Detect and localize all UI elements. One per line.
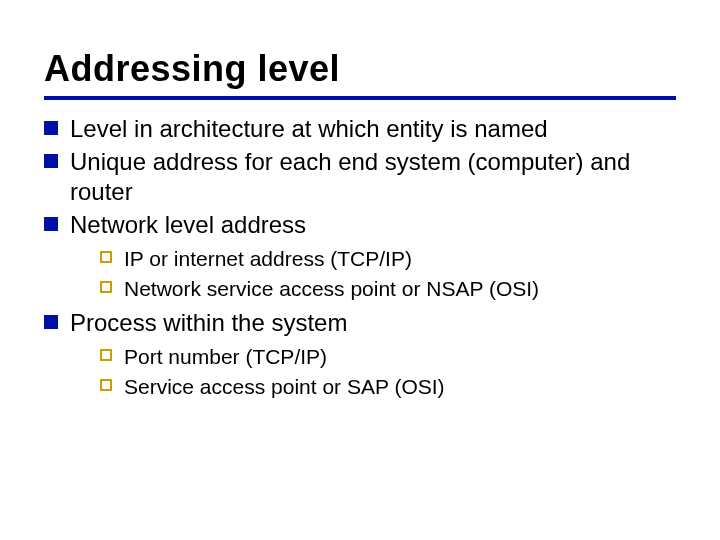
list-item: Service access point or SAP (OSI): [100, 373, 676, 401]
list-item: Network service access point or NSAP (OS…: [100, 275, 676, 303]
slide-title: Addressing level: [44, 48, 676, 90]
bullet-text: Level in architecture at which entity is…: [70, 115, 548, 142]
list-item: Unique address for each end system (comp…: [44, 147, 676, 208]
bullet-text: Network level address: [70, 211, 306, 238]
bullet-text: Unique address for each end system (comp…: [70, 148, 630, 206]
title-underline: [44, 96, 676, 100]
bullet-text: IP or internet address (TCP/IP): [124, 247, 412, 270]
bullet-text: Network service access point or NSAP (OS…: [124, 277, 539, 300]
bullet-text: Port number (TCP/IP): [124, 345, 327, 368]
sub-list: Port number (TCP/IP) Service access poin…: [70, 343, 676, 400]
list-item: IP or internet address (TCP/IP): [100, 245, 676, 273]
sub-list: IP or internet address (TCP/IP) Network …: [70, 245, 676, 302]
bullet-text: Service access point or SAP (OSI): [124, 375, 445, 398]
bullet-text: Process within the system: [70, 309, 347, 336]
list-item: Level in architecture at which entity is…: [44, 114, 676, 145]
list-item: Port number (TCP/IP): [100, 343, 676, 371]
list-item: Network level address IP or internet add…: [44, 210, 676, 302]
list-item: Process within the system Port number (T…: [44, 308, 676, 400]
slide: Addressing level Level in architecture a…: [0, 0, 720, 540]
bullet-list: Level in architecture at which entity is…: [44, 114, 676, 400]
